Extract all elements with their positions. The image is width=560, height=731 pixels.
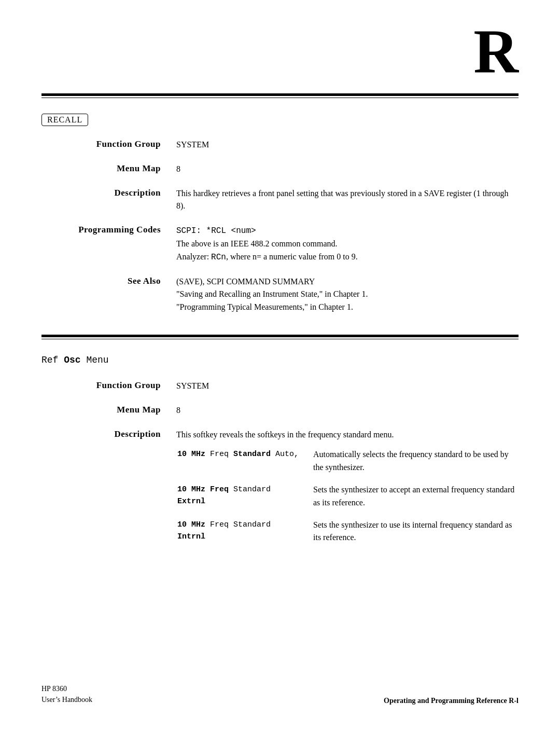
refosc-sub-row-1: 10 MHz Freq Standard Auto, Automatically…	[177, 448, 517, 482]
top-divider	[41, 93, 519, 98]
ref-osc-heading: Ref Osc Menu	[41, 355, 519, 365]
ref-osc-heading-osc: Osc	[64, 355, 80, 365]
refosc-sub-row-2-left: 10 MHz Freq Standard Extrnl	[177, 484, 312, 518]
ref-osc-heading-ref: Ref	[41, 355, 64, 365]
recall-function-group-value: SYSTEM	[176, 139, 519, 151]
recall-menu-map-row: Menu Map 8	[41, 163, 519, 176]
recall-description-label: Description	[41, 187, 176, 198]
recall-see-also-label: See Also	[41, 275, 176, 286]
refosc-function-group-value: SYSTEM	[176, 380, 519, 393]
recall-menu-map-label: Menu Map	[41, 163, 176, 174]
ref-osc-section: Ref Osc Menu Function Group SYSTEM Menu …	[41, 355, 519, 554]
refosc-sub-row-1-left: 10 MHz Freq Standard Auto,	[177, 448, 312, 482]
refosc-menu-map-label: Menu Map	[41, 404, 176, 415]
refosc-r2-extrnl: Extrnl	[177, 497, 205, 506]
refosc-sub-row-1-right: Automatically selects the frequency stan…	[313, 448, 517, 482]
programming-code-line3: Analyzer: RCn, where n= a numeric value …	[176, 252, 358, 261]
refosc-r1-auto: Auto,	[275, 450, 299, 459]
ref-osc-heading-menu: Menu	[81, 355, 109, 365]
refosc-function-group-label: Function Group	[41, 380, 176, 391]
refosc-r1-freq: Freq	[210, 450, 233, 459]
refosc-description-intro: This softkey reveals the softkeys in the…	[176, 429, 519, 442]
footer-right: Operating and Programming Reference R-l	[384, 697, 519, 705]
recall-see-also-value: (SAVE), SCPI COMMAND SUMMARY "Saving and…	[176, 275, 519, 314]
recall-description-value: This hardkey retrieves a front panel set…	[176, 187, 519, 213]
recall-description-row: Description This hardkey retrieves a fro…	[41, 187, 519, 213]
refosc-menu-map-row: Menu Map 8	[41, 404, 519, 417]
refosc-description-row: Description This softkey reveals the sof…	[41, 429, 519, 554]
refosc-sub-row-3: 10 MHz Freq Standard Intrnl Sets the syn…	[177, 519, 517, 553]
refosc-sub-row-3-left: 10 MHz Freq Standard Intrnl	[177, 519, 312, 553]
recall-see-also-row: See Also (SAVE), SCPI COMMAND SUMMARY "S…	[41, 275, 519, 314]
recall-programming-codes-row: Programming Codes SCPI: *RCL <num> The a…	[41, 224, 519, 264]
recall-programming-codes-label: Programming Codes	[41, 224, 176, 235]
programming-code-line1: SCPI: *RCL <num>	[176, 226, 256, 236]
recall-programming-codes-value: SCPI: *RCL <num> The above is an IEEE 48…	[176, 224, 519, 264]
section-letter: R	[473, 21, 519, 83]
middle-divider	[41, 335, 519, 339]
refosc-r3-10mhz: 10 MHz	[177, 520, 205, 529]
refosc-description-label: Description	[41, 429, 176, 439]
refosc-r1-10mhz: 10 MHz	[177, 450, 205, 459]
refosc-r3-intrnl: Intrnl	[177, 532, 205, 541]
see-also-line3: "Programming Typical Measurements," in C…	[176, 302, 353, 311]
refosc-sub-row-2: 10 MHz Freq Standard Extrnl Sets the syn…	[177, 484, 517, 518]
footer: HP 8360 User’s Handbook Operating and Pr…	[41, 683, 519, 705]
recall-function-group-row: Function Group SYSTEM	[41, 139, 519, 151]
recall-function-group-label: Function Group	[41, 139, 176, 149]
recall-section: RECALL Function Group SYSTEM Menu Map 8 …	[41, 114, 519, 314]
refosc-menu-map-value: 8	[176, 404, 519, 417]
refosc-description-content: This softkey reveals the softkeys in the…	[176, 429, 519, 554]
recall-menu-map-value: 8	[176, 163, 519, 176]
refosc-r1-standard: Standard	[233, 450, 271, 459]
programming-code-line2: The above is an IEEE 488.2 common comman…	[176, 239, 338, 248]
page: R RECALL Function Group SYSTEM Menu Map …	[0, 0, 560, 731]
footer-left: HP 8360 User’s Handbook	[41, 683, 92, 705]
footer-handbook: User’s Handbook	[41, 694, 92, 705]
recall-badge: RECALL	[41, 114, 88, 126]
refosc-sub-table: 10 MHz Freq Standard Auto, Automatically…	[176, 447, 519, 554]
refosc-r2-10mhzfreq: 10 MHz Freq	[177, 485, 229, 494]
see-also-line2: "Saving and Recalling an Instrument Stat…	[176, 289, 368, 298]
refosc-sub-row-2-right: Sets the synthesizer to accept an extern…	[313, 484, 517, 518]
refosc-function-group-row: Function Group SYSTEM	[41, 380, 519, 393]
refosc-r3-freqstandard: Freq Standard	[210, 520, 271, 529]
refosc-sub-row-3-right: Sets the synthesizer to use its internal…	[313, 519, 517, 553]
refosc-r2-standard: Standard	[233, 485, 271, 494]
footer-product: HP 8360	[41, 683, 92, 694]
see-also-line1: (SAVE), SCPI COMMAND SUMMARY	[176, 277, 315, 286]
